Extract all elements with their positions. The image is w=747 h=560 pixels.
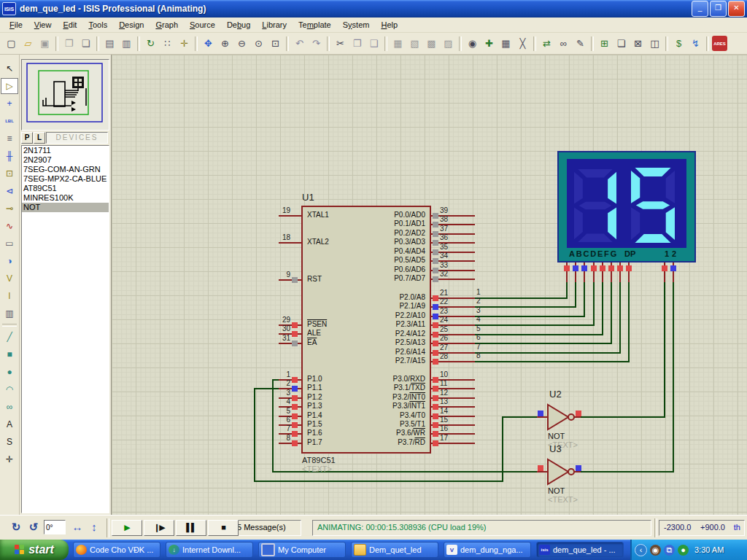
menu-library[interactable]: Library — [256, 18, 293, 31]
menu-template[interactable]: Template — [293, 18, 337, 31]
graph-mode-button[interactable]: ∿ — [1, 218, 18, 234]
device-item-minres100k[interactable]: MINRES100K — [22, 193, 109, 203]
pause-button[interactable]: ▌▌ — [176, 520, 206, 536]
tape-recorder-mode-button[interactable]: ▭ — [1, 236, 18, 252]
menu-help[interactable]: Help — [375, 18, 403, 31]
close-button[interactable]: ✕ — [728, 1, 745, 17]
goto-sheet-button[interactable]: ◫ — [647, 36, 662, 51]
play-button[interactable]: ▶ — [112, 520, 142, 536]
2d-path-mode-button[interactable]: ∞ — [1, 399, 18, 415]
menu-view[interactable]: View — [28, 18, 58, 31]
wire[interactable] — [581, 281, 673, 472]
generator-mode-button[interactable]: ◑ — [1, 253, 18, 269]
new-sheet-button[interactable]: ❏ — [614, 36, 629, 51]
wire-autorouter-button[interactable]: ⇄ — [539, 36, 554, 51]
pick-parts-button[interactable]: ◉ — [465, 36, 480, 51]
device-item-7seg-com-an-grn[interactable]: 7SEG-COM-AN-GRN — [22, 165, 109, 174]
virtual-instruments-mode-button[interactable]: ▥ — [1, 306, 18, 322]
component-mode-button[interactable]: ▷ — [1, 78, 18, 94]
block-move-button[interactable]: ▧ — [407, 36, 422, 51]
print-button[interactable]: ▤ — [102, 36, 117, 51]
pin-31[interactable] — [279, 343, 301, 344]
pin-9[interactable] — [279, 279, 301, 281]
electrical-rule-check-button[interactable]: ↯ — [688, 36, 703, 51]
origin-button[interactable]: ✛ — [177, 36, 192, 51]
device-item-7seg-mpx2-ca-blue[interactable]: 7SEG-MPX2-CA-BLUE — [22, 174, 109, 184]
pick-devices-button[interactable]: P — [21, 132, 33, 144]
import-section-button[interactable]: ❐ — [61, 36, 77, 51]
design-explorer-button[interactable]: ⊞ — [597, 36, 612, 51]
paste-button[interactable]: ❑ — [366, 36, 382, 51]
remove-sheet-button[interactable]: ⊠ — [630, 36, 646, 51]
junction-dot-mode-button[interactable]: + — [1, 96, 18, 112]
menu-file[interactable]: File — [4, 18, 28, 31]
menu-edit[interactable]: Edit — [57, 18, 82, 31]
tray-collapse-chevron-icon[interactable]: ‹ — [635, 544, 647, 556]
wire-label-mode-button[interactable]: LBL — [1, 113, 18, 129]
block-rotate-button[interactable]: ▩ — [424, 36, 439, 51]
restore-button[interactable]: ❐ — [710, 1, 727, 17]
menu-system[interactable]: System — [337, 18, 376, 31]
buses-mode-button[interactable]: ╫ — [1, 148, 18, 164]
property-assignment-button[interactable]: ✎ — [573, 36, 588, 51]
new-file-button[interactable]: ▢ — [4, 36, 19, 51]
taskbar-task-dem_quet_led[interactable]: Dem_quet_led — [351, 542, 438, 558]
pin-8[interactable] — [279, 443, 301, 444]
redo-button[interactable]: ↷ — [309, 36, 324, 51]
step-button[interactable]: ❙▶ — [144, 520, 174, 536]
text-script-mode-button[interactable]: ≡ — [1, 131, 18, 147]
taskbar-task-dem_que_led[interactable]: isisdem_que_led - ... — [536, 542, 624, 558]
redraw-button[interactable]: ↻ — [143, 36, 158, 51]
menu-source[interactable]: Source — [184, 18, 221, 31]
save-file-button[interactable]: ▣ — [37, 36, 53, 51]
packaging-tool-button[interactable]: ▦ — [498, 36, 514, 51]
tray-camera-icon[interactable]: ◉ — [650, 545, 661, 556]
make-device-button[interactable]: ✚ — [481, 36, 497, 51]
rotate-clockwise-button[interactable]: ↻ — [7, 520, 25, 536]
device-item-at89c51[interactable]: AT89C51 — [22, 184, 109, 193]
component-u2-not-gate[interactable] — [548, 405, 568, 429]
rotation-angle-input[interactable] — [44, 520, 66, 534]
block-delete-button[interactable]: ▨ — [441, 36, 456, 51]
start-button[interactable]: start — [0, 540, 69, 560]
2d-line-mode-button[interactable]: ╱ — [1, 329, 18, 345]
pin-19[interactable] — [279, 215, 301, 217]
device-item-2n1711[interactable]: 2N1711 — [22, 146, 109, 155]
selection-mode-button[interactable]: ↖ — [1, 61, 18, 77]
tray-globe-icon[interactable]: ● — [678, 545, 689, 556]
2d-circle-mode-button[interactable]: ● — [1, 364, 18, 380]
undo-button[interactable]: ↶ — [292, 36, 307, 51]
taskbar-task-codechovk[interactable]: Code Cho VĐK ... — [73, 542, 160, 558]
taskbar-task-internetdownl[interactable]: ↓Internet Downl... — [166, 542, 253, 558]
menu-tools[interactable]: Tools — [82, 18, 113, 31]
taskbar-task-dem_dung_nga[interactable]: Vdem_dung_nga... — [444, 542, 531, 558]
open-file-button[interactable]: ▱ — [20, 36, 36, 51]
toggle-grid-button[interactable]: ∷ — [160, 36, 175, 51]
device-item-not[interactable]: NOT — [22, 203, 109, 212]
marker-mode-button[interactable]: ✛ — [1, 451, 18, 467]
bill-of-materials-button[interactable]: $ — [671, 36, 686, 51]
menu-design[interactable]: Design — [113, 18, 150, 31]
mirror-horizontal-button[interactable]: ↔ — [69, 520, 86, 536]
device-item-2n2907[interactable]: 2N2907 — [22, 155, 109, 165]
schematic-canvas[interactable]: U1 AT89C51 <TEXT> ABCDEFG DP 12 19XTAL11… — [111, 55, 747, 515]
2d-box-mode-button[interactable]: ■ — [1, 346, 18, 362]
zoom-in-button[interactable]: ⊕ — [217, 36, 233, 51]
stop-button[interactable]: ■ — [208, 520, 239, 536]
tray-network-icon[interactable]: ⧉ — [664, 545, 675, 556]
mark-print-area-button[interactable]: ▥ — [119, 36, 134, 51]
menu-debug[interactable]: Debug — [221, 18, 256, 31]
zoom-out-button[interactable]: ⊖ — [234, 36, 249, 51]
copy-button[interactable]: ❐ — [349, 36, 365, 51]
menu-graph[interactable]: Graph — [150, 18, 184, 31]
decompose-button[interactable]: ╳ — [515, 36, 530, 51]
rotate-anticlockwise-button[interactable]: ↺ — [25, 520, 42, 536]
2d-arc-mode-button[interactable]: ◠ — [1, 381, 18, 397]
zoom-all-button[interactable]: ⊙ — [251, 36, 266, 51]
library-manager-button[interactable]: L — [34, 132, 45, 144]
current-probe-mode-button[interactable]: I — [1, 288, 18, 304]
mirror-vertical-button[interactable]: ↕ — [85, 520, 103, 536]
voltage-probe-mode-button[interactable]: V — [1, 271, 18, 287]
wire[interactable] — [475, 281, 629, 362]
export-section-button[interactable]: ❏ — [78, 36, 93, 51]
